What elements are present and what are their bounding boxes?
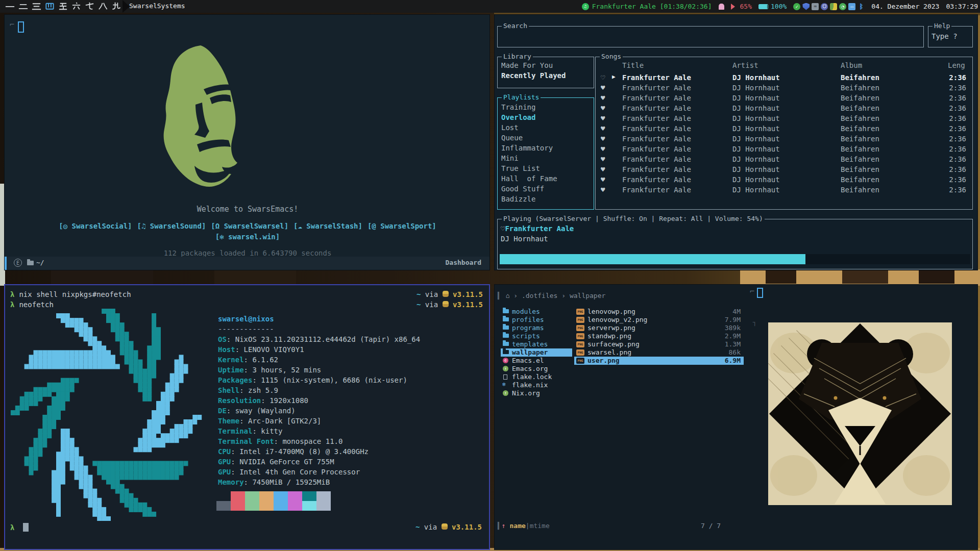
favorite-icon[interactable]: ♥	[601, 114, 605, 122]
favorite-icon[interactable]: ♥	[601, 135, 605, 143]
neofetch-value: : Intel 4th Gen Core Processor	[231, 468, 360, 476]
terminal-window[interactable]: λnix shell nixpkgs#neofetch~ via v3.11.5…	[4, 284, 490, 550]
file-row-Emacs.org[interactable]: ↑Emacs.org	[501, 365, 572, 373]
playlists-box[interactable]: Playlists TrainingOverloadLostQueueInfla…	[497, 97, 594, 210]
home-icon[interactable]: ⌂	[506, 292, 510, 299]
search-box[interactable]: Search	[497, 26, 924, 47]
file-row-profiles[interactable]: profiles	[501, 316, 572, 324]
site-link[interactable]: [✻ swarsel.win]	[5, 233, 491, 241]
music-player-window[interactable]: Search Help Type ? Library Made For YouR…	[494, 14, 978, 270]
breadcrumb-dotfiles[interactable]: .dotfiles	[522, 292, 557, 299]
file-row-standwp.png[interactable]: PNGstandwp.png2.9M	[574, 332, 744, 340]
workspace-3[interactable]	[30, 1, 43, 12]
right-prompt: ~ via v3.11.5	[416, 300, 483, 309]
dashboard-link-SwarselSound[interactable]: [♫ SwarselSound]	[137, 222, 206, 230]
battery-widget[interactable]: 100%	[758, 3, 787, 10]
file-manager-window[interactable]: ▍ ⌂ › .dotfiles › wallpaper modulesprofi…	[494, 284, 978, 550]
playlist-item-Badizzle[interactable]: Badizzle	[501, 195, 535, 203]
song-row[interactable]: ♥Frankfurter AaleDJ HornhautBeifahren2:3…	[596, 114, 972, 124]
file-row-swarsel.png[interactable]: PNGswarsel.png86k	[574, 348, 744, 357]
progress-bar[interactable]	[500, 254, 970, 264]
playlist-item-Good Stuff[interactable]: Good Stuff	[501, 185, 544, 193]
workspace-7[interactable]	[83, 1, 96, 12]
song-row[interactable]: ♥Frankfurter AaleDJ HornhautBeifahren2:3…	[596, 155, 972, 165]
favorite-icon[interactable]: ♡	[601, 73, 605, 82]
file-row-programs[interactable]: programs	[501, 324, 572, 332]
favorite-icon[interactable]: ♥	[601, 155, 605, 163]
dashboard-link-SwarselSwarsel[interactable]: [Ω SwarselSwarsel]	[211, 222, 288, 230]
qbittorrent-icon[interactable]: ◔	[839, 3, 846, 10]
workspace-6[interactable]	[69, 1, 83, 12]
discord-icon[interactable]: ᗜ	[821, 3, 828, 10]
playlist-item-Training[interactable]: Training	[501, 103, 535, 111]
library-box[interactable]: Library Made For YouRecently Played	[497, 57, 594, 88]
breadcrumb-wallpaper[interactable]: wallpaper	[570, 292, 605, 299]
library-item-Made For You[interactable]: Made For You	[501, 61, 553, 69]
song-row[interactable]: ♥Frankfurter AaleDJ HornhautBeifahren2:3…	[596, 165, 972, 176]
file-row-templates[interactable]: templates	[501, 340, 572, 348]
song-row[interactable]: ♥Frankfurter AaleDJ HornhautBeifahren2:3…	[596, 124, 972, 135]
playlist-item-Hall of Fame[interactable]: Hall of Fame	[501, 174, 557, 183]
playlist-item-True List[interactable]: True List	[501, 164, 540, 172]
dashboard-link-SwarselStash[interactable]: [☁ SwarselStash]	[293, 222, 362, 230]
file-row-scripts[interactable]: scripts	[501, 332, 572, 340]
ghost-icon[interactable]	[719, 4, 724, 10]
modeline-path[interactable]: ~/	[36, 259, 44, 266]
bluetooth-icon[interactable]: ᛒ	[857, 3, 865, 10]
file-row-serverwp.png[interactable]: PNGserverwp.png389k	[574, 324, 744, 332]
volume-widget[interactable]: 65%	[731, 3, 752, 10]
shield-icon[interactable]	[802, 3, 810, 10]
song-row[interactable]: ♥Frankfurter AaleDJ HornhautBeifahren2:3…	[596, 176, 972, 186]
song-row[interactable]: ♥Frankfurter AaleDJ HornhautBeifahren2:3…	[596, 145, 972, 155]
file-row-flake.lock[interactable]: flake.lock	[501, 373, 572, 381]
favorite-icon[interactable]: ♥	[601, 84, 605, 92]
favorite-icon[interactable]: ♥	[601, 145, 605, 153]
favorite-icon[interactable]: ♥	[601, 186, 605, 194]
song-row[interactable]: ♥Frankfurter AaleDJ HornhautBeifahren2:3…	[596, 104, 972, 114]
sort-secondary[interactable]: mtime	[530, 522, 550, 530]
checkmark-icon[interactable]: ✓	[793, 3, 800, 10]
sort-primary[interactable]: name	[509, 522, 525, 530]
playlist-item-Inflammatory[interactable]: Inflammatory	[501, 144, 553, 152]
file-row-Nix.org[interactable]: ↑Nix.org	[501, 389, 572, 397]
monitor-icon[interactable]: ▭	[848, 3, 855, 10]
system-tray[interactable]: ✓⌨ᗜ◔▭ᛒ	[793, 3, 865, 10]
dashboard-link-SwarselSocial[interactable]: [◎ SwarselSocial]	[59, 222, 132, 230]
emacs-window[interactable]: ⌐ Welcome to SwarsEmacs! [◎ SwarselSocia…	[4, 14, 490, 270]
playlist-item-Lost[interactable]: Lost	[501, 123, 519, 132]
file-row-wallpaper[interactable]: wallpaper	[501, 348, 572, 357]
file-row-flake.nix[interactable]: ❄flake.nix	[501, 381, 572, 389]
file-row-lenovowp.png[interactable]: PNGlenovowp.png4M	[574, 308, 744, 316]
workspace-2[interactable]	[16, 1, 30, 12]
workspace-4[interactable]	[43, 1, 56, 12]
song-row[interactable]: ♥Frankfurter AaleDJ HornhautBeifahren2:3…	[596, 94, 972, 104]
favorite-icon[interactable]: ♥	[601, 94, 605, 102]
favorite-icon[interactable]: ♥	[601, 165, 605, 173]
now-playing[interactable]: ♫ Frankfurter Aale [01:38/02:36]	[582, 3, 712, 10]
songs-box[interactable]: Songs TitleArtistAlbumLeng♡▶Frankfurter …	[595, 57, 973, 210]
file-row-surfacewp.png[interactable]: PNGsurfacewp.png1.3M	[574, 340, 744, 348]
dashboard-link-SwarselSport[interactable]: [@ SwarselSport]	[368, 222, 436, 230]
playlist-item-Queue[interactable]: Queue	[501, 134, 523, 142]
song-row[interactable]: ♥Frankfurter AaleDJ HornhautBeifahren2:3…	[596, 84, 972, 94]
song-row[interactable]: ♡▶Frankfurter AaleDJ HornhautBeifahren2:…	[596, 73, 972, 84]
favorite-icon[interactable]: ♥	[601, 104, 605, 112]
file-row-lenovowp_v2.png[interactable]: PNGlenovowp_v2.png7.9M	[574, 316, 744, 324]
file-row-modules[interactable]: modules	[501, 308, 572, 316]
terminal-cursor[interactable]	[23, 523, 29, 532]
library-item-Recently Played[interactable]: Recently Played	[501, 71, 566, 80]
song-row[interactable]: ♥Frankfurter AaleDJ HornhautBeifahren2:3…	[596, 186, 972, 196]
playlist-item-Mini[interactable]: Mini	[501, 154, 519, 162]
workspace-1[interactable]	[3, 1, 16, 12]
keyboard-icon[interactable]: ⌨	[812, 3, 819, 10]
workspace-5[interactable]	[56, 1, 69, 12]
file-row-Emacs.el[interactable]: eEmacs.el	[501, 357, 572, 365]
file-row-user.png[interactable]: PNGuser.png6.9M	[574, 357, 744, 365]
playlist-item-Overload[interactable]: Overload	[501, 113, 535, 121]
workspace-8[interactable]	[96, 1, 109, 12]
vpn-lock-icon[interactable]	[830, 3, 837, 10]
workspace-9[interactable]	[109, 1, 122, 12]
favorite-icon[interactable]: ♥	[601, 176, 605, 184]
song-row[interactable]: ♥Frankfurter AaleDJ HornhautBeifahren2:3…	[596, 135, 972, 145]
favorite-icon[interactable]: ♥	[601, 124, 605, 133]
